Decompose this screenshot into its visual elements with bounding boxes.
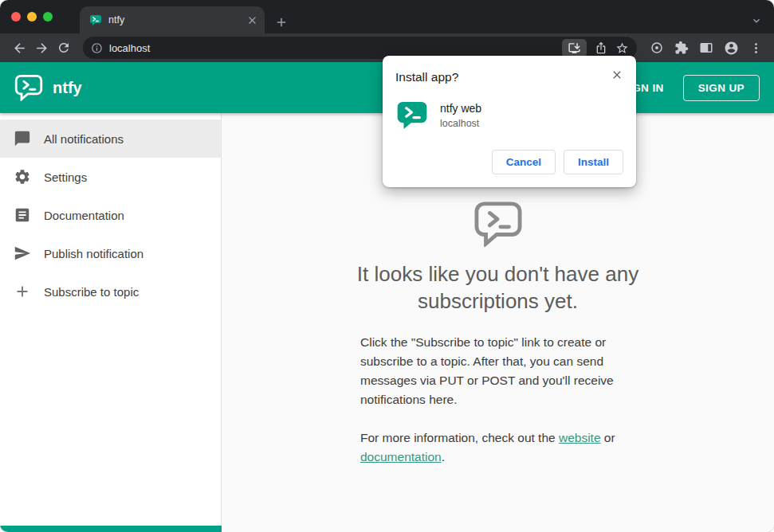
side-panel-icon <box>699 41 713 55</box>
ntfy-logo-icon <box>14 74 43 101</box>
cancel-button[interactable]: Cancel <box>492 150 556 174</box>
browser-window: ntfy localhost <box>0 0 774 532</box>
install-button[interactable]: Install <box>564 150 623 174</box>
empty-state-links-paragraph: For more information, check out the webs… <box>360 428 635 467</box>
sidebar-item-documentation[interactable]: Documentation <box>0 196 221 234</box>
empty-state: It looks like you don't have any subscri… <box>315 201 682 467</box>
sidebar-item-label: Subscribe to topic <box>44 285 139 299</box>
tab-strip: ntfy <box>0 0 774 33</box>
reload-icon <box>57 41 71 55</box>
share-button[interactable] <box>595 41 607 54</box>
back-button[interactable] <box>8 37 30 59</box>
reload-button[interactable] <box>53 37 75 59</box>
dialog-close-button[interactable] <box>611 68 623 81</box>
links-paragraph-end: . <box>442 450 445 464</box>
macos-minimize-button[interactable] <box>27 12 37 22</box>
sidebar-item-settings[interactable]: Settings <box>0 158 221 196</box>
toolbar-actions <box>645 41 766 56</box>
send-icon <box>14 244 31 262</box>
tab-close-button[interactable] <box>246 14 258 26</box>
brand-title: ntfy <box>53 79 82 97</box>
forward-button[interactable] <box>30 37 53 59</box>
new-tab-button[interactable] <box>274 15 289 29</box>
chat-bubble-icon <box>14 130 31 147</box>
install-dialog-header: Install app? <box>395 68 623 84</box>
back-arrow-icon <box>12 41 27 56</box>
install-desktop-icon <box>568 41 581 55</box>
sidebar-item-all-notifications[interactable]: All notifications <box>0 119 221 158</box>
sidebar-item-label: Settings <box>44 170 87 184</box>
sidebar: All notifications Settings Documentation… <box>0 113 222 532</box>
install-app-button[interactable] <box>562 39 587 57</box>
sidebar-item-label: Documentation <box>44 209 124 222</box>
close-icon <box>246 14 258 26</box>
sidebar-item-subscribe-to-topic[interactable]: Subscribe to topic <box>0 272 221 311</box>
forward-arrow-icon <box>34 41 49 56</box>
ntfy-terminal-icon <box>473 201 523 247</box>
kebab-menu-icon <box>749 41 763 55</box>
gear-icon <box>14 168 31 186</box>
tab-title: ntfy <box>108 14 246 25</box>
browser-tab[interactable]: ntfy <box>80 6 265 33</box>
url-text: localhost <box>109 42 150 54</box>
tab-search-button[interactable] <box>750 14 763 27</box>
macos-close-button[interactable] <box>11 12 21 22</box>
puzzle-icon <box>674 41 689 55</box>
install-dialog: Install app? ntfy web localhost Cancel I… <box>383 56 636 187</box>
install-dialog-app-row: ntfy web localhost <box>395 99 623 132</box>
pinned-extension-button[interactable] <box>650 41 664 55</box>
tab-favicon-terminal-icon <box>89 14 102 26</box>
macos-maximize-button[interactable] <box>43 12 53 22</box>
sign-up-button[interactable]: SIGN UP <box>683 75 760 101</box>
avatar-icon <box>724 41 739 56</box>
pinned-extension-icon <box>650 41 664 55</box>
sidebar-item-label: All notifications <box>44 132 124 146</box>
browser-menu-button[interactable] <box>749 41 763 55</box>
sidebar-item-publish-notification[interactable]: Publish notification <box>0 234 221 272</box>
documentation-link[interactable]: documentation <box>360 450 442 464</box>
share-icon <box>595 41 607 54</box>
sidebar-item-label: Publish notification <box>44 247 143 260</box>
install-dialog-actions: Cancel Install <box>395 150 623 174</box>
empty-state-paragraph: Click the "Subscribe to topic" link to c… <box>360 333 635 409</box>
install-dialog-app-meta: ntfy web localhost <box>440 102 481 129</box>
extensions-button[interactable] <box>674 41 689 55</box>
app-name: ntfy web <box>440 102 481 115</box>
plus-icon <box>274 15 289 29</box>
article-icon <box>14 206 31 224</box>
sidebar-bottom-strip <box>0 526 222 532</box>
profile-button[interactable] <box>724 41 739 56</box>
website-link[interactable]: website <box>559 431 601 444</box>
side-panel-button[interactable] <box>699 41 713 55</box>
star-icon <box>615 41 629 55</box>
site-info-icon[interactable] <box>91 42 103 54</box>
app-origin: localhost <box>440 118 481 129</box>
ntfy-app-icon <box>395 99 429 132</box>
bookmark-button[interactable] <box>615 41 629 55</box>
close-icon <box>611 68 623 81</box>
links-paragraph-prefix: For more information, check out the <box>360 431 559 444</box>
empty-state-heading: It looks like you don't have any subscri… <box>331 261 666 315</box>
links-paragraph-or: or <box>601 431 615 444</box>
plus-icon <box>14 283 31 300</box>
macos-window-controls <box>0 0 67 33</box>
install-dialog-title: Install app? <box>395 68 458 84</box>
chevron-down-icon <box>750 14 763 27</box>
